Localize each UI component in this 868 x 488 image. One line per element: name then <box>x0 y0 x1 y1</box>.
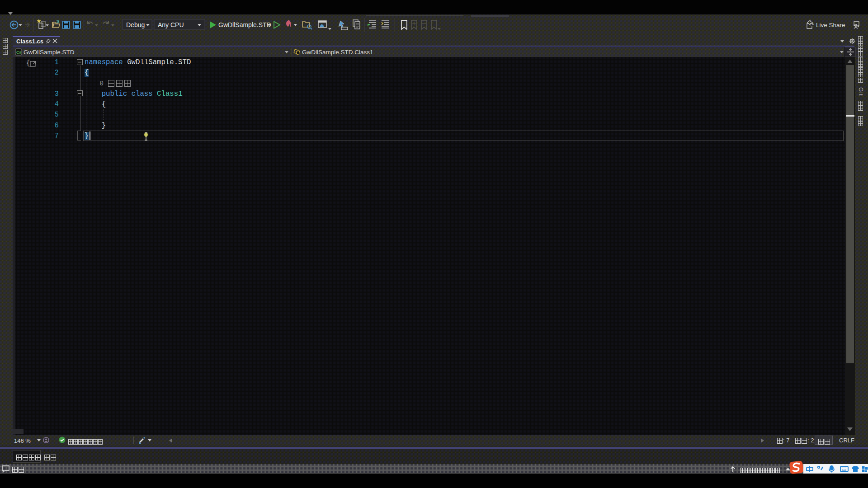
svg-text:Any CPU: Any CPU <box>158 21 184 28</box>
svg-text:GwDllSample.STD: GwDllSample.STD <box>24 49 75 56</box>
svg-text:GwDllSample.STD.Class1: GwDllSample.STD.Class1 <box>302 49 373 56</box>
svg-text:Live Share: Live Share <box>816 22 845 28</box>
svg-text:GwDllSample.STD: GwDllSample.STD <box>218 21 271 28</box>
svg-text:Debug: Debug <box>126 21 145 28</box>
svg-text:C#: C# <box>16 50 22 55</box>
